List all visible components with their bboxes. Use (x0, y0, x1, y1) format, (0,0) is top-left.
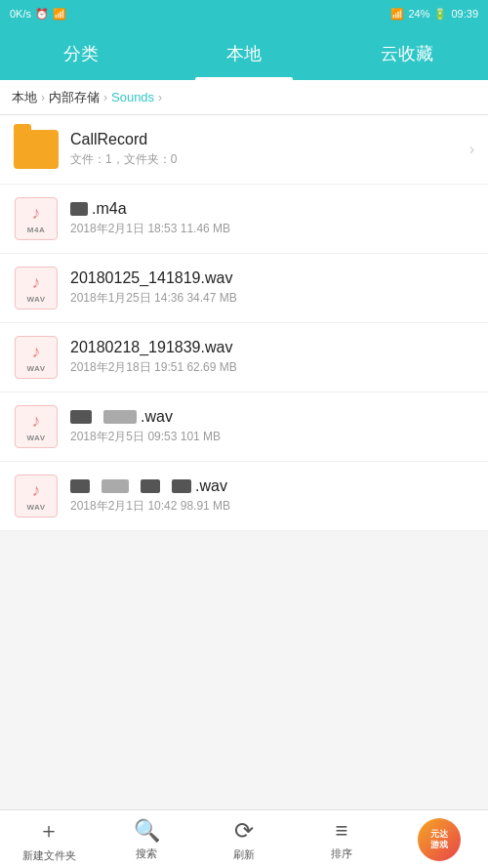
file-meta-wav4: 2018年2月1日 10:42 98.91 MB (70, 498, 474, 515)
breadcrumb-sep-1: › (41, 91, 45, 104)
status-right: 📶 24% 🔋 09:39 (390, 8, 478, 21)
plus-icon: ＋ (38, 816, 60, 846)
sort-icon: ≡ (336, 818, 348, 844)
bottom-nav: ＋ 新建文件夹 🔍 搜索 ⟳ 刷新 ≡ 排序 元达游戏 (0, 809, 488, 868)
file-name-m4a: .m4a (70, 200, 474, 218)
search-button[interactable]: 🔍 搜索 (98, 818, 195, 861)
breadcrumb-internal[interactable]: 内部存储 (49, 89, 100, 106)
list-item[interactable]: ♪ WAV .wav 2018年2月5日 09:53 101 MB (0, 393, 488, 462)
file-meta-wav3: 2018年2月5日 09:53 101 MB (70, 429, 474, 445)
alarm-icon: ⏰ (35, 8, 49, 21)
search-icon: 🔍 (134, 818, 160, 844)
file-list: CallRecord 文件：1，文件夹：0 › ♪ M4A .m4a 2018年… (0, 115, 488, 809)
audio-icon-wav4: ♪ WAV (14, 474, 59, 518)
search-label: 搜索 (136, 847, 157, 861)
breadcrumb-sep-3: › (158, 91, 162, 104)
list-item[interactable]: CallRecord 文件：1，文件夹：0 › (0, 115, 488, 185)
audio-icon-m4a: ♪ M4A (14, 196, 59, 241)
refresh-icon: ⟳ (234, 817, 254, 845)
new-folder-label: 新建文件夹 (22, 848, 76, 863)
tab-local[interactable]: 本地 (163, 27, 326, 80)
sort-button[interactable]: ≡ 排序 (293, 818, 390, 861)
list-item[interactable]: ♪ M4A .m4a 2018年2月1日 18:53 11.46 MB (0, 185, 488, 254)
file-meta-wav1: 2018年1月25日 14:36 34.47 MB (70, 290, 474, 307)
breadcrumb-sep-2: › (103, 91, 107, 104)
file-meta-wav2: 2018年2月18日 19:51 62.69 MB (70, 359, 474, 376)
file-name-wav4: .wav (70, 477, 474, 495)
file-name-wav3: .wav (70, 408, 474, 426)
sort-label: 排序 (331, 847, 352, 861)
file-info-wav2: 20180218_191839.wav 2018年2月18日 19:51 62.… (70, 339, 474, 376)
speed-indicator: 0K/s (10, 8, 31, 20)
file-meta-callrecord: 文件：1，文件夹：0 (70, 151, 458, 168)
refresh-button[interactable]: ⟳ 刷新 (195, 817, 293, 862)
breadcrumb: 本地 › 内部存储 › Sounds › (0, 80, 488, 115)
tab-bar: 分类 本地 云收藏 (0, 27, 488, 80)
file-name-wav1: 20180125_141819.wav (70, 269, 474, 287)
list-item[interactable]: ♪ WAV .wav 2018年2月1日 10:42 98.91 MB (0, 462, 488, 531)
logo-image: 元达游戏 (418, 818, 461, 861)
wifi-icon: 📶 (53, 8, 66, 21)
file-name-wav2: 20180218_191839.wav (70, 339, 474, 356)
breadcrumb-local[interactable]: 本地 (12, 89, 37, 106)
file-info-callrecord: CallRecord 文件：1，文件夹：0 (70, 131, 458, 168)
audio-icon-wav2: ♪ WAV (14, 335, 59, 380)
folder-icon-callrecord (14, 127, 59, 172)
file-info-wav4: .wav 2018年2月1日 10:42 98.91 MB (70, 477, 474, 515)
audio-icon-wav1: ♪ WAV (14, 266, 59, 310)
time-display: 09:39 (451, 8, 478, 20)
file-info-m4a: .m4a 2018年2月1日 18:53 11.46 MB (70, 200, 474, 237)
tab-cloud[interactable]: 云收藏 (325, 27, 488, 80)
file-info-wav3: .wav 2018年2月5日 09:53 101 MB (70, 408, 474, 445)
breadcrumb-sounds[interactable]: Sounds (111, 90, 154, 104)
list-item[interactable]: ♪ WAV 20180125_141819.wav 2018年1月25日 14:… (0, 254, 488, 323)
signal-icon: 📶 (390, 8, 404, 21)
chevron-right-icon: › (469, 141, 474, 158)
file-meta-m4a: 2018年2月1日 18:53 11.46 MB (70, 221, 474, 237)
tab-classify[interactable]: 分类 (0, 27, 163, 80)
file-name-callrecord: CallRecord (70, 131, 458, 148)
file-info-wav1: 20180125_141819.wav 2018年1月25日 14:36 34.… (70, 269, 474, 307)
battery-icon: 🔋 (433, 8, 447, 21)
status-left: 0K/s ⏰ 📶 (10, 8, 66, 21)
status-bar: 0K/s ⏰ 📶 📶 24% 🔋 09:39 (0, 0, 488, 27)
refresh-label: 刷新 (233, 847, 255, 862)
list-item[interactable]: ♪ WAV 20180218_191839.wav 2018年2月18日 19:… (0, 323, 488, 393)
new-folder-button[interactable]: ＋ 新建文件夹 (0, 816, 98, 863)
yuanda-logo[interactable]: 元达游戏 (390, 818, 488, 861)
audio-icon-wav3: ♪ WAV (14, 404, 59, 449)
battery-indicator: 24% (408, 8, 429, 20)
